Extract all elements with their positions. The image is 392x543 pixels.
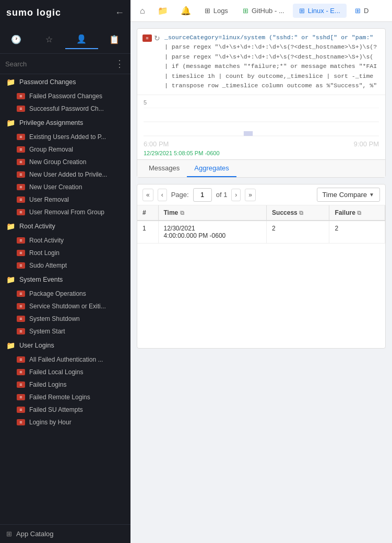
time-compare-button[interactable]: Time Compare ▼ [317,188,380,202]
nav-item-label: Successful Password Ch... [29,105,104,112]
page-first-button[interactable]: « [142,189,153,201]
sidebar-item-service-shutdown[interactable]: Service Shutdown or Exiti... [0,300,130,313]
results-table: # Time ⧉ Success ⧉ Failure ⧉ [137,205,385,244]
sidebar-item-group-removal[interactable]: Group Removal [0,143,130,156]
nav-item-icon [17,134,25,140]
topnav-tab-d[interactable]: ⊞D [349,4,375,18]
nav-item-label: Package Operations [29,290,86,297]
nav-item-label: User Removal From Group [29,209,104,216]
query-card: ↻ _sourceCategory=linux/system ("sshd:" … [137,28,386,178]
sidebar-item-failed-local[interactable]: Failed Local Logins [0,366,130,378]
main-panel: ⌂📁🔔⊞Logs⊞GitHub - ...⊞Linux - E...⊞D ↻ _… [130,0,392,543]
nav-item-label: Failed Remote Logins [29,394,90,401]
page-next-button[interactable]: › [231,189,241,201]
sidebar-folder-password-changes[interactable]: 📁Password Changes [0,74,130,90]
chart-x-start: 6:00 PM [144,140,169,148]
sidebar-favorites-icon[interactable]: ☆ [33,30,66,49]
sidebar-header: sumo logic ← [0,0,130,26]
nav-item-label: Logins by Hour [29,419,72,426]
sidebar-item-system-shutdown[interactable]: System Shutdown [0,313,130,325]
nav-item-label: New User Added to Privile... [29,171,107,178]
chart-date-marker: 12/29/2021 5:08:05 PM -0600 [144,149,379,159]
col-sort-icon-failure[interactable]: ⧉ [357,210,361,216]
nav-item-label: User Removal [29,196,69,203]
sidebar-item-failed-remote[interactable]: Failed Remote Logins [0,391,130,403]
sidebar-item-root-login[interactable]: Root Login [0,247,130,259]
sidebar-personal-icon[interactable]: 👤 [65,30,98,49]
nav-item-label: System Start [29,328,65,335]
col-header-failure: Failure ⧉ [329,205,385,221]
table-header-row: # Time ⧉ Success ⧉ Failure ⧉ [137,205,385,221]
app-catalog-button[interactable]: ⊞ App Catalog [0,524,130,543]
time-compare-label: Time Compare [323,191,367,199]
col-sort-icon[interactable]: ⧉ [180,210,184,216]
nav-item-label: Root Activity [29,237,64,244]
nav-item-label: Sudo Attempt [29,262,67,269]
sidebar-item-system-start[interactable]: System Start [0,325,130,338]
query-line-1: | parse regex "\d+\s+\d+:\d+:\d+\s(?<des… [164,42,377,52]
sidebar-item-new-group[interactable]: New Group Creation [0,156,130,168]
sidebar-item-new-user-added[interactable]: New User Added to Privile... [0,168,130,181]
refresh-icon[interactable]: ↻ [154,34,160,42]
topnav-tab-linux[interactable]: ⊞Linux - E... [293,4,347,18]
page-of-label: of 1 [216,191,228,199]
sidebar-item-user-removal-from-group[interactable]: User Removal From Group [0,206,130,218]
sidebar-folder-system-events[interactable]: 📁System Events [0,272,130,287]
sidebar-item-package-ops[interactable]: Package Operations [0,287,130,300]
sidebar-item-existing-users[interactable]: Existing Users Added to P... [0,131,130,143]
svg-rect-3 [244,131,253,136]
topnav-tab-logs[interactable]: ⊞Logs [198,4,234,18]
topnav-tab-github[interactable]: ⊞GitHub - ... [236,4,291,18]
sidebar-shared-icon[interactable]: 📋 [98,30,131,49]
sidebar-folder-user-logins[interactable]: 📁User Logins [0,338,130,353]
tab-label: Linux - E... [308,7,340,15]
sidebar-folder-privilege-assignments[interactable]: 📁Privilege Assignments [0,115,130,131]
page-input[interactable] [193,188,212,202]
sidebar-item-new-user-creation[interactable]: New User Creation [0,181,130,193]
nav-item-icon [17,394,25,400]
page-prev-button[interactable]: ‹ [158,189,167,201]
tab-messages[interactable]: Messages [141,160,187,177]
topnav-bell[interactable]: 🔔 [175,3,196,19]
chart-x-end: 9:00 PM [354,140,379,148]
sidebar-item-all-failed-auth[interactable]: All Failed Authentication ... [0,353,130,366]
nav-item-label: New Group Creation [29,158,86,166]
sidebar-item-failed-su[interactable]: Failed SU Attempts [0,403,130,416]
sidebar-item-user-removal[interactable]: User Removal [0,193,130,206]
sidebar-folder-root-activity[interactable]: 📁Root Activity [0,218,130,234]
content-area: ↻ _sourceCategory=linux/system ("sshd:" … [130,22,392,543]
sidebar-item-logins-by-hour[interactable]: Logins by Hour [0,416,130,429]
tab-icon: ⊞ [205,7,210,15]
nav-item-icon [17,419,25,425]
nav-item-icon [17,291,25,297]
more-options-icon[interactable]: ⋮ [115,58,125,70]
search-input[interactable] [5,60,115,68]
query-line-5: | transpose row _timeslice column outcom… [164,81,377,90]
sidebar-recent-icon[interactable]: 🕐 [0,30,33,49]
folder-icon: 📁 [6,275,15,284]
sidebar-item-failed-logins[interactable]: Failed Logins [0,378,130,391]
nav-item-icon [17,328,25,334]
col-sort-icon-success[interactable]: ⧉ [299,210,303,216]
tab-aggregates[interactable]: Aggregates [187,160,236,177]
sidebar-item-success-pw[interactable]: Successful Password Ch... [0,102,130,115]
back-button[interactable]: ← [115,7,124,18]
nav-item-icon [17,262,25,269]
nav-item-icon [17,197,25,203]
col-header-num: # [137,205,158,221]
nav-item-label: Failed Local Logins [29,368,83,376]
page-last-button[interactable]: » [245,189,256,201]
cell-num: 1 [137,221,158,244]
topnav-home[interactable]: ⌂ [135,3,150,19]
sidebar-item-failed-pw[interactable]: Failed Password Changes [0,90,130,102]
nav-item-icon [17,209,25,215]
grid-icon: ⊞ [6,530,12,538]
sidebar-item-root-activity[interactable]: Root Activity [0,234,130,247]
time-compare-arrow-icon: ▼ [369,192,374,198]
nav-item-icon [17,316,25,322]
sidebar-item-sudo-attempt[interactable]: Sudo Attempt [0,259,130,272]
topnav-folder[interactable]: 📁 [152,3,173,19]
query-type-icon [142,34,152,42]
tab-icon: ⊞ [243,7,248,15]
tab-label: Logs [213,7,228,15]
